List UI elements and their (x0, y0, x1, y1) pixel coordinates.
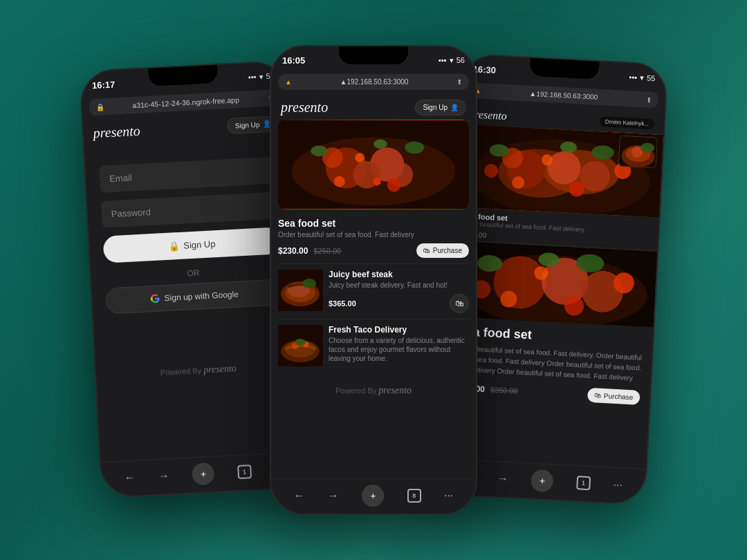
svg-point-24 (295, 339, 306, 346)
notch-left (148, 65, 218, 86)
brand-logo-left: presento (93, 123, 140, 142)
beef-cart-btn[interactable]: 🛍 (450, 294, 469, 313)
hero-product-image (278, 120, 469, 209)
detail-purchase-label: Purchase (604, 392, 634, 401)
beef-price-row: $365.00 🛍 (329, 294, 469, 313)
warning-icon-c: ▲ (285, 78, 292, 86)
add-btn-right[interactable]: + (531, 469, 554, 493)
sign-up-header-btn-center[interactable]: Sign Up 👤 (415, 100, 466, 115)
add-btn-center[interactable]: + (362, 485, 384, 507)
detail-price-row: $230.00 $350.00 🛍 Purchase (454, 380, 640, 404)
beef-info: Juicy beef steak Juicy beef steak delive… (329, 270, 469, 313)
thumb-svg (619, 136, 658, 169)
add-label-center: + (370, 490, 376, 501)
product-desc-hero: Order beautiful set of sea food. Fast de… (278, 230, 469, 239)
url-right: ▲192.168.50.63:3000 (486, 87, 642, 103)
detail-header-section: presento Dmitro Katelnyk... (454, 101, 665, 218)
signal-icon: ▪▪▪ (248, 73, 257, 82)
hero-image-inner (278, 120, 469, 209)
tabs-label-left: 1 (243, 468, 247, 475)
sign-up-label-left: Sign Up (235, 121, 260, 130)
powered-brand-center: presento (378, 385, 412, 395)
signal-icon-r: ▪▪▪ (629, 73, 637, 82)
status-icons-center: ▪▪▪ ▾ 56 (439, 56, 465, 65)
detail-large-svg (449, 241, 657, 327)
product-card-taco: Fresh Taco Delivery Choose from a variet… (278, 319, 469, 367)
food-svg-hero (278, 120, 469, 209)
sign-up-btn-label: Sign Up (183, 239, 216, 250)
url-center: ▲192.168.50.63:3000 (296, 78, 452, 86)
beef-desc: Juicy beef steak delivery. Fast and hot! (329, 281, 469, 290)
beef-price: $365.00 (329, 299, 356, 308)
svg-point-11 (387, 178, 401, 192)
svg-point-9 (374, 140, 387, 149)
google-icon (150, 294, 160, 304)
tabs-label-right: 1 (582, 479, 586, 486)
time-center: 16:05 (282, 55, 305, 66)
tabs-label-center: 8 (412, 492, 416, 499)
tabs-btn-left[interactable]: 1 (237, 465, 252, 479)
user-icon-c: 👤 (450, 104, 459, 111)
lock-icon-btn: 🔒 (168, 241, 180, 252)
more-btn-center[interactable]: ··· (444, 489, 453, 502)
beef-svg (278, 270, 323, 311)
user-badge: Dmitro Katelnyk... (600, 116, 655, 129)
login-form: Email Password 🔒 Sign Up OR (84, 135, 299, 335)
forward-btn-center[interactable]: → (328, 489, 339, 502)
beef-title: Juicy beef steak (329, 270, 469, 279)
email-field[interactable]: Email (99, 156, 277, 192)
add-label-left: + (201, 468, 207, 479)
svg-point-12 (355, 153, 365, 162)
detail-product-desc: Order beautiful set of sea food. Fast de… (456, 342, 643, 383)
detail-price-original: $350.00 (490, 386, 518, 395)
price-original-hero: $250.00 (313, 247, 341, 255)
signal-icon-c: ▪▪▪ (439, 56, 447, 64)
product-title-hero: Sea food set (278, 218, 469, 229)
wifi-icon: ▾ (259, 72, 264, 81)
svg-point-10 (334, 176, 345, 187)
taco-desc: Choose from a variety of delicious, auth… (329, 336, 469, 363)
tabs-btn-right[interactable]: 1 (576, 476, 591, 490)
lock-icon: 🔒 (95, 103, 104, 111)
url-left: a31c-45-12-24-36.ngrok-free.app (108, 94, 263, 111)
app-content-center: presento Sign Up 👤 (271, 93, 476, 478)
share-icon-r: ⬆ (646, 96, 652, 104)
product-list: Sea food set Order beautiful set of sea … (271, 120, 476, 373)
share-icon-c: ⬆ (456, 78, 462, 86)
wifi-icon-c: ▾ (450, 56, 454, 65)
purchase-btn-hero[interactable]: 🛍 Purchase (416, 243, 469, 258)
powered-by-center: Powered By presento (271, 378, 476, 403)
beef-img (278, 270, 323, 311)
taco-title: Fresh Taco Delivery (329, 325, 469, 335)
more-btn-right[interactable]: ··· (613, 478, 622, 492)
svg-point-7 (311, 145, 327, 156)
price-current-hero: $230.00 (278, 246, 308, 256)
add-label-right: + (540, 475, 546, 486)
back-btn-left[interactable]: ← (124, 472, 136, 485)
screen-center: 16:05 ▪▪▪ ▾ 56 ▲ ▲192.168.50.63:3000 ⬆ p… (271, 46, 476, 514)
sign-up-btn[interactable]: 🔒 Sign Up (103, 227, 282, 263)
tabs-btn-center[interactable]: 8 (407, 489, 421, 503)
add-btn-left[interactable]: + (192, 463, 215, 486)
notch-right (529, 58, 599, 80)
cart-icon-detail: 🛍 (594, 391, 602, 400)
google-btn-label: Sign up with Google (164, 290, 239, 304)
powered-by-label-center: Powered By (335, 386, 376, 395)
purchase-label-hero: Purchase (433, 247, 462, 254)
address-bar-center[interactable]: ▲ ▲192.168.50.63:3000 ⬆ (278, 74, 469, 90)
svg-point-8 (405, 141, 424, 153)
phone-center: 16:05 ▪▪▪ ▾ 56 ▲ ▲192.168.50.63:3000 ⬆ p… (270, 45, 477, 515)
taco-img (278, 325, 323, 366)
phones-container: 16:17 ▪▪▪ ▾ 56 🔒 a31c-45-12-24-36.ngrok-… (76, 45, 671, 515)
google-sign-in-btn[interactable]: Sign up with Google (105, 279, 284, 314)
password-field[interactable]: Password (101, 192, 279, 227)
detail-purchase-btn[interactable]: 🛍 Purchase (587, 387, 640, 404)
forward-btn-right[interactable]: → (497, 472, 508, 485)
forward-btn-left[interactable]: → (158, 469, 169, 483)
detail-large-image (449, 241, 657, 327)
back-btn-center[interactable]: ← (294, 489, 305, 502)
battery-icon-r: 55 (647, 74, 656, 83)
price-row-hero: $230.00 $250.00 🛍 Purchase (278, 243, 469, 258)
battery-icon-c: 56 (456, 56, 465, 64)
cart-icon-purchase: 🛍 (423, 247, 430, 254)
